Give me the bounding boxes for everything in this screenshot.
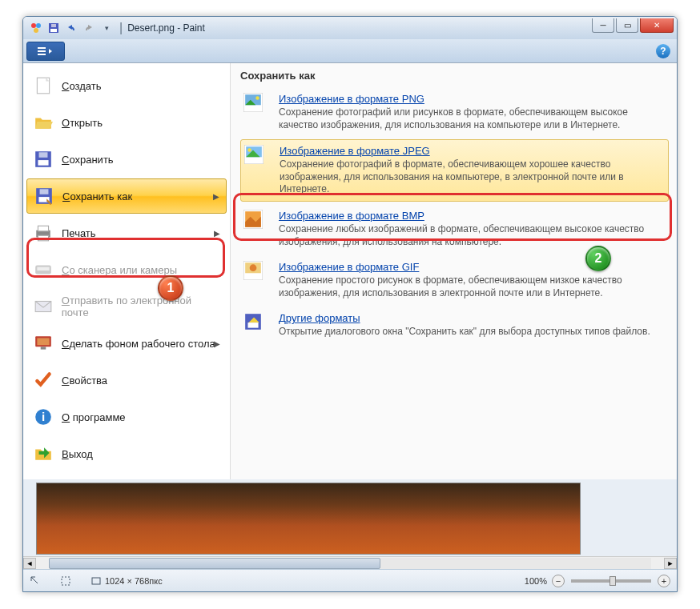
scroll-thumb[interactable] — [49, 558, 380, 569]
selection-size-section — [60, 575, 71, 587]
svg-rect-20 — [37, 267, 49, 270]
menu-item-desktop[interactable]: Сделать фоном рабочего стола▶ — [26, 326, 227, 361]
svg-rect-8 — [38, 54, 46, 55]
help-button[interactable]: ? — [656, 44, 670, 58]
saveas-icon — [34, 186, 54, 206]
svg-rect-17 — [38, 226, 48, 231]
qat-save-button[interactable] — [46, 20, 62, 36]
zoom-in-button[interactable]: + — [658, 575, 670, 587]
scroll-track[interactable] — [49, 558, 651, 569]
horizontal-scrollbar[interactable]: ◄ ► — [23, 556, 677, 569]
svg-rect-18 — [38, 235, 48, 241]
save-option-other[interactable]: Другие форматыОткрытие диалогового окна … — [240, 307, 669, 344]
maximize-button[interactable]: ▭ — [616, 18, 638, 33]
close-button[interactable]: ✕ — [640, 18, 674, 33]
file-menu-panel: СоздатьОткрытьСохранитьСохранить как▶Печ… — [23, 63, 678, 479]
print-icon — [33, 222, 54, 243]
qat-undo-button[interactable] — [63, 20, 79, 36]
annotation-badge-1: 1 — [158, 275, 183, 301]
menu-item-label: Выход — [62, 448, 93, 460]
canvas-image[interactable] — [36, 483, 581, 555]
file-menu-left: СоздатьОткрытьСохранитьСохранить как▶Печ… — [23, 63, 230, 479]
qat-customize-button[interactable]: ▾ — [99, 20, 115, 36]
menu-item-scanner: Со сканера или камеры — [26, 252, 227, 287]
cursor-position-section — [30, 575, 41, 587]
menu-item-open[interactable]: Открыть — [26, 105, 227, 140]
menu-item-props[interactable]: Свойства — [26, 363, 227, 398]
menu-item-print[interactable]: Печать▶ — [26, 215, 227, 250]
menu-item-label: Свойства — [62, 375, 107, 387]
qat-redo-button[interactable] — [81, 20, 97, 36]
titlebar: ▾ | Desert.png - Paint ─ ▭ ✕ — [23, 17, 677, 39]
menu-item-label: О программе — [62, 411, 126, 423]
menu-item-exit[interactable]: Выход — [26, 436, 227, 471]
quick-access-toolbar: ▾ — [46, 20, 115, 36]
submenu-title: Сохранить как — [240, 70, 669, 82]
save-option-title: Изображение в формате PNG — [279, 93, 666, 105]
svg-rect-12 — [39, 152, 48, 158]
svg-rect-41 — [92, 578, 100, 584]
props-icon — [33, 370, 54, 391]
save-option-title: Изображение в формате JPEG — [280, 145, 665, 157]
save-option-title: Изображение в формате BMP — [279, 210, 666, 222]
title-separator: | — [119, 21, 123, 35]
svg-rect-15 — [40, 189, 49, 194]
menu-item-label: Сохранить — [62, 154, 114, 166]
submenu-arrow-icon: ▶ — [214, 339, 220, 348]
svg-point-0 — [31, 23, 36, 28]
save-option-description: Сохранение любых изображений в формате, … — [279, 223, 666, 248]
mail-icon — [33, 296, 54, 317]
save-option-jpeg[interactable]: Изображение в формате JPEGСохранение фот… — [240, 139, 669, 202]
zoom-slider[interactable] — [571, 579, 651, 583]
save-option-png[interactable]: Изображение в формате PNGСохранение фото… — [240, 88, 669, 136]
svg-rect-5 — [51, 24, 56, 27]
save-icon — [33, 149, 54, 170]
selection-icon — [60, 575, 71, 587]
save-option-description: Сохранение фотографий в формате, обеспеч… — [280, 158, 665, 196]
desktop-icon — [33, 333, 54, 354]
bmp-format-icon — [243, 210, 271, 237]
other-format-icon — [243, 312, 271, 339]
save-option-description: Сохранение простого рисунок в формате, о… — [279, 274, 666, 299]
ribbon-header: ? — [23, 39, 677, 63]
scroll-left-button[interactable]: ◄ — [23, 558, 36, 569]
annotation-badge-2: 2 — [585, 246, 611, 271]
minimize-button[interactable]: ─ — [592, 18, 614, 33]
scroll-right-button[interactable]: ► — [664, 558, 677, 569]
menu-item-label: Сохранить как — [62, 190, 132, 202]
zoom-slider-thumb[interactable] — [609, 576, 616, 586]
menu-item-label: Открыть — [62, 117, 103, 129]
image-dimensions: 1024 × 768пкс — [105, 576, 163, 586]
image-dimensions-section: 1024 × 768пкс — [91, 575, 163, 587]
jpeg-format-icon — [244, 145, 272, 172]
canvas-area — [23, 479, 677, 559]
new-icon — [33, 75, 54, 96]
menu-item-save[interactable]: Сохранить — [26, 142, 227, 177]
save-as-submenu: Сохранить как Изображение в формате PNGС… — [230, 63, 678, 479]
zoom-out-button[interactable]: − — [552, 575, 565, 587]
submenu-arrow-icon: ▶ — [214, 229, 220, 238]
svg-point-2 — [34, 28, 38, 33]
menu-item-saveas[interactable]: Сохранить как▶ — [26, 178, 227, 214]
menu-item-mail: Отправить по электронной почте — [26, 289, 227, 324]
save-option-title: Другие форматы — [279, 312, 666, 324]
menu-item-label: Сделать фоном рабочего стола — [62, 338, 215, 350]
paint-window: ▾ | Desert.png - Paint ─ ▭ ✕ ? СоздатьОт… — [22, 16, 678, 592]
menu-item-new[interactable]: Создать — [26, 68, 227, 103]
window-controls: ─ ▭ ✕ — [590, 18, 674, 33]
window-title: Desert.png - Paint — [127, 22, 205, 34]
menu-item-label: Отправить по электронной почте — [62, 294, 220, 319]
svg-point-32 — [247, 149, 251, 152]
svg-rect-11 — [38, 160, 48, 166]
dimensions-icon — [91, 575, 102, 587]
file-menu-tab[interactable] — [26, 42, 65, 61]
save-option-bmp[interactable]: Изображение в формате BMPСохранение любы… — [240, 205, 669, 253]
menu-item-about[interactable]: iО программе — [26, 399, 227, 435]
zoom-level: 100% — [525, 576, 547, 586]
svg-rect-7 — [38, 50, 46, 52]
open-icon — [33, 112, 54, 133]
svg-rect-40 — [62, 577, 70, 585]
svg-rect-23 — [37, 338, 49, 345]
scanner-icon — [33, 259, 54, 280]
menu-item-label: Со сканера или камеры — [62, 264, 177, 276]
